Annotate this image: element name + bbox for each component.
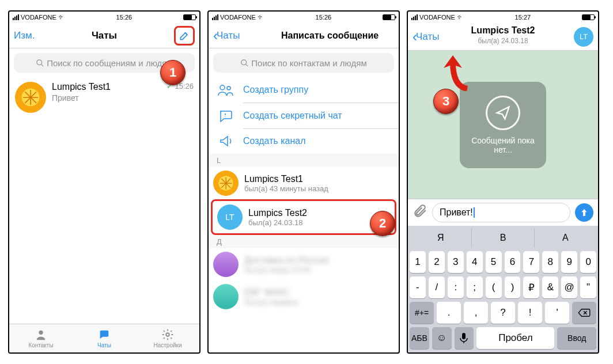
message-input[interactable]: Привет! — [432, 203, 570, 222]
gear-icon — [160, 328, 175, 341]
key[interactable]: 2 — [429, 251, 445, 273]
key-abc[interactable]: АБВ — [410, 327, 429, 349]
search-placeholder: Поиск по сообщениям и людям — [47, 58, 173, 68]
section-header-L: L — [209, 154, 399, 167]
group-icon — [217, 83, 235, 97]
key[interactable]: . — [437, 302, 461, 324]
send-button[interactable] — [575, 203, 593, 222]
status-time: 15:26 — [316, 14, 332, 21]
key[interactable]: 6 — [505, 251, 521, 273]
edit-button[interactable]: Изм. — [14, 30, 35, 41]
tab-contacts[interactable]: Контакты — [9, 324, 73, 352]
search-placeholder: Поиск по контактам и людям — [251, 58, 366, 68]
contact-sub: был(а) вчера 23:00 — [244, 266, 329, 274]
carrier-label: VODAFONE — [419, 14, 455, 21]
attach-button[interactable] — [413, 203, 427, 222]
contact-name: ЕВГ МАКС — [244, 287, 298, 298]
callout-3: 3 — [433, 89, 459, 114]
avatar — [213, 284, 239, 309]
key[interactable]: 0 — [580, 251, 596, 273]
key[interactable]: ? — [491, 302, 515, 324]
key[interactable]: 9 — [561, 251, 577, 273]
key[interactable]: ) — [505, 276, 521, 298]
key[interactable]: 4 — [467, 251, 483, 273]
contact-name: Доставка из России — [244, 255, 329, 266]
back-label: Чаты — [416, 31, 439, 43]
key[interactable]: ! — [518, 302, 542, 324]
avatar — [213, 170, 239, 196]
key[interactable]: @ — [561, 276, 577, 298]
option-secret-chat[interactable]: Создать секретный чат — [209, 103, 399, 128]
back-label: Чаты — [217, 30, 240, 41]
key[interactable]: & — [542, 276, 558, 298]
battery-icon — [383, 14, 395, 20]
key[interactable]: : — [448, 276, 464, 298]
key[interactable]: 1 — [410, 251, 426, 273]
key-space[interactable]: Пробел — [476, 327, 554, 349]
svg-point-6 — [166, 333, 169, 336]
key[interactable]: " — [580, 276, 596, 298]
svg-rect-14 — [462, 333, 466, 339]
screen-chats: VODAFONEᯤ 15:26 Изм. Чаты Поиск по сообщ… — [8, 10, 200, 354]
compose-button[interactable] — [174, 26, 195, 46]
key[interactable]: ; — [467, 276, 483, 298]
suggestion-bar: Я В А — [410, 228, 596, 248]
key[interactable]: ₽ — [523, 276, 539, 298]
svg-point-0 — [37, 59, 42, 65]
paper-plane-icon — [495, 105, 511, 121]
option-new-group[interactable]: Создать группу — [209, 77, 399, 103]
avatar — [15, 82, 46, 113]
option-new-channel[interactable]: Создать канал — [209, 128, 399, 154]
suggestion[interactable]: Я — [410, 228, 471, 248]
key[interactable]: , — [464, 302, 488, 324]
key-row-symbols: -/:;()₽&@" — [410, 276, 596, 298]
compose-icon — [179, 30, 190, 41]
status-bar: VODAFONEᯤ 15:26 — [9, 12, 199, 23]
contact-row-selected[interactable]: LT Lumpics Test2был(а) 24.03.18 — [213, 201, 395, 233]
arrow-annotation — [436, 54, 476, 91]
wifi-icon: ᯤ — [457, 14, 464, 21]
avatar — [213, 252, 239, 277]
key[interactable]: / — [429, 276, 445, 298]
key-shift[interactable]: #+= — [410, 302, 434, 324]
search-icon — [36, 59, 44, 67]
carrier-label: VODAFONE — [21, 14, 56, 21]
key[interactable]: 3 — [448, 251, 464, 273]
svg-point-9 — [227, 86, 230, 90]
wifi-icon: ᯤ — [58, 14, 65, 21]
contact-row[interactable]: Lumpics Test1был(а) 43 минуты назад — [209, 167, 399, 199]
key-backspace[interactable] — [572, 302, 596, 324]
message-input-bar: Привет! — [408, 199, 598, 226]
section-header-D: Д — [209, 235, 399, 248]
contact-sub: был(а) 24.03.18 — [248, 218, 307, 227]
key[interactable]: 8 — [542, 251, 558, 273]
back-button[interactable]: ‹Чаты — [413, 29, 439, 45]
empty-state: Сообщений пока нет... — [460, 82, 546, 168]
chat-name: Lumpics Test1 — [52, 82, 161, 92]
key-row-punct: #+= . , ? ! ' — [410, 302, 596, 324]
key[interactable]: ' — [545, 302, 569, 324]
status-bar: VODAFONEᯤ 15:26 — [209, 12, 399, 23]
key-mic[interactable] — [455, 327, 474, 349]
suggestion[interactable]: В — [471, 228, 533, 248]
battery-icon — [183, 14, 196, 20]
paperclip-icon — [413, 203, 427, 218]
avatar[interactable]: LT — [574, 27, 593, 47]
nav-bar: ‹Чаты Написать сообщение — [209, 23, 399, 48]
key[interactable]: 5 — [486, 251, 502, 273]
callout-2: 2 — [370, 211, 395, 236]
key[interactable]: ( — [486, 276, 502, 298]
suggestion[interactable]: А — [534, 228, 596, 248]
tab-chats[interactable]: Чаты — [73, 324, 136, 352]
tab-settings[interactable]: Настройки — [136, 324, 199, 352]
key[interactable]: - — [410, 276, 426, 298]
key-emoji[interactable]: ☺ — [432, 327, 452, 349]
search-input[interactable]: Поиск по контактам и людям — [213, 53, 394, 73]
contact-row[interactable]: Доставка из Россиибыл(а) вчера 23:00 — [209, 248, 399, 280]
tab-label: Контакты — [28, 342, 53, 348]
backspace-icon — [578, 308, 591, 317]
contact-row[interactable]: ЕВГ МАКСбыл(а) недавно — [209, 280, 399, 313]
key[interactable]: 7 — [523, 251, 539, 273]
key-enter[interactable]: Ввод — [557, 327, 596, 349]
back-button[interactable]: ‹Чаты — [213, 28, 240, 44]
